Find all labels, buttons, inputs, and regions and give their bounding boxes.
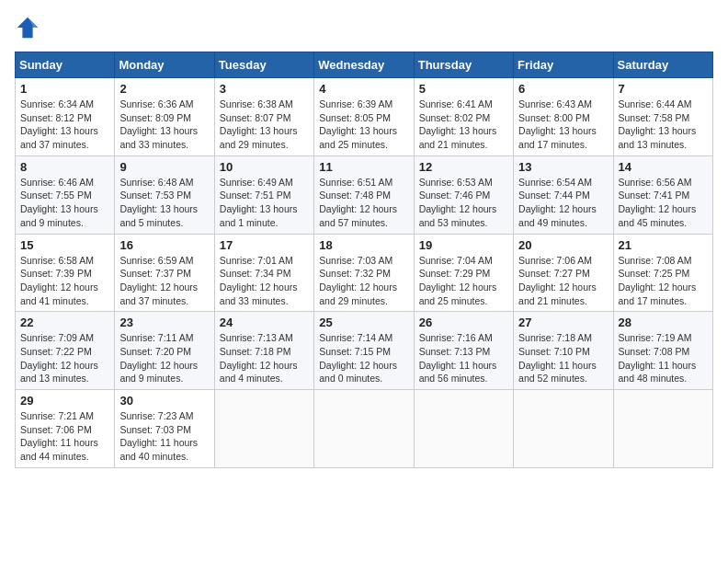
calendar-day-cell: 18Sunrise: 7:03 AMSunset: 7:32 PMDayligh… xyxy=(314,234,414,312)
day-number: 4 xyxy=(319,82,408,96)
calendar-day-cell: 3Sunrise: 6:38 AMSunset: 8:07 PMDaylight… xyxy=(214,78,313,156)
weekday-header-cell: Monday xyxy=(115,52,214,78)
calendar-day-cell: 1Sunrise: 6:34 AMSunset: 8:12 PMDaylight… xyxy=(16,78,115,156)
day-number: 17 xyxy=(220,238,309,252)
day-number: 8 xyxy=(20,160,109,174)
day-info: Sunrise: 7:16 AMSunset: 7:13 PMDaylight:… xyxy=(419,331,508,385)
day-info: Sunrise: 6:44 AMSunset: 7:58 PMDaylight:… xyxy=(619,98,708,152)
calendar-day-cell: 16Sunrise: 6:59 AMSunset: 7:37 PMDayligh… xyxy=(115,234,214,312)
calendar-day-cell: 5Sunrise: 6:41 AMSunset: 8:02 PMDaylight… xyxy=(414,78,513,156)
calendar-week-row: 1Sunrise: 6:34 AMSunset: 8:12 PMDaylight… xyxy=(16,78,713,156)
day-info: Sunrise: 7:19 AMSunset: 7:08 PMDaylight:… xyxy=(619,331,708,385)
calendar-day-cell: 19Sunrise: 7:04 AMSunset: 7:29 PMDayligh… xyxy=(414,234,513,312)
day-info: Sunrise: 6:48 AMSunset: 7:53 PMDaylight:… xyxy=(119,176,209,230)
calendar-day-cell: 14Sunrise: 6:56 AMSunset: 7:41 PMDayligh… xyxy=(613,155,712,234)
calendar-day-cell: 24Sunrise: 7:13 AMSunset: 7:18 PMDayligh… xyxy=(214,312,313,390)
logo-icon xyxy=(15,15,40,40)
calendar-day-cell xyxy=(514,390,613,468)
day-number: 29 xyxy=(20,394,109,408)
day-number: 21 xyxy=(619,238,708,252)
day-info: Sunrise: 6:59 AMSunset: 7:37 PMDaylight:… xyxy=(119,254,209,308)
calendar-day-cell: 4Sunrise: 6:39 AMSunset: 8:05 PMDaylight… xyxy=(314,78,414,156)
day-number: 18 xyxy=(319,238,408,252)
day-number: 15 xyxy=(20,238,109,252)
weekday-header-row: SundayMondayTuesdayWednesdayThursdayFrid… xyxy=(16,52,713,78)
day-number: 3 xyxy=(220,82,309,96)
calendar-day-cell: 27Sunrise: 7:18 AMSunset: 7:10 PMDayligh… xyxy=(514,312,613,390)
calendar-week-row: 8Sunrise: 6:46 AMSunset: 7:55 PMDaylight… xyxy=(16,155,713,234)
weekday-header-cell: Wednesday xyxy=(314,52,414,78)
day-info: Sunrise: 6:36 AMSunset: 8:09 PMDaylight:… xyxy=(119,98,209,152)
calendar-day-cell: 11Sunrise: 6:51 AMSunset: 7:48 PMDayligh… xyxy=(314,155,414,234)
day-info: Sunrise: 7:01 AMSunset: 7:34 PMDaylight:… xyxy=(220,254,309,308)
weekday-header-cell: Thursday xyxy=(414,52,513,78)
day-number: 26 xyxy=(419,316,508,329)
calendar-week-row: 29Sunrise: 7:21 AMSunset: 7:06 PMDayligh… xyxy=(16,390,713,468)
calendar-table: SundayMondayTuesdayWednesdayThursdayFrid… xyxy=(15,52,713,468)
calendar-day-cell: 23Sunrise: 7:11 AMSunset: 7:20 PMDayligh… xyxy=(115,312,214,390)
day-number: 16 xyxy=(119,238,209,252)
day-info: Sunrise: 6:54 AMSunset: 7:44 PMDaylight:… xyxy=(518,176,608,230)
day-number: 6 xyxy=(518,82,608,96)
day-number: 12 xyxy=(419,160,508,174)
day-number: 2 xyxy=(119,82,209,96)
calendar-day-cell xyxy=(314,390,414,468)
calendar-day-cell: 20Sunrise: 7:06 AMSunset: 7:27 PMDayligh… xyxy=(514,234,613,312)
calendar-day-cell: 13Sunrise: 6:54 AMSunset: 7:44 PMDayligh… xyxy=(514,155,613,234)
calendar-day-cell: 7Sunrise: 6:44 AMSunset: 7:58 PMDaylight… xyxy=(613,78,712,156)
day-info: Sunrise: 7:08 AMSunset: 7:25 PMDaylight:… xyxy=(619,254,708,308)
day-number: 10 xyxy=(220,160,309,174)
day-info: Sunrise: 7:09 AMSunset: 7:22 PMDaylight:… xyxy=(20,331,109,385)
day-info: Sunrise: 6:56 AMSunset: 7:41 PMDaylight:… xyxy=(619,176,708,230)
day-number: 1 xyxy=(20,82,109,96)
day-info: Sunrise: 6:49 AMSunset: 7:51 PMDaylight:… xyxy=(220,176,309,230)
day-info: Sunrise: 6:53 AMSunset: 7:46 PMDaylight:… xyxy=(419,176,508,230)
weekday-header-cell: Friday xyxy=(514,52,613,78)
day-number: 19 xyxy=(419,238,508,252)
calendar-day-cell: 15Sunrise: 6:58 AMSunset: 7:39 PMDayligh… xyxy=(16,234,115,312)
weekday-header-cell: Saturday xyxy=(613,52,712,78)
day-number: 28 xyxy=(619,316,708,329)
calendar-body: 1Sunrise: 6:34 AMSunset: 8:12 PMDaylight… xyxy=(16,78,713,468)
day-info: Sunrise: 6:58 AMSunset: 7:39 PMDaylight:… xyxy=(20,254,109,308)
day-info: Sunrise: 7:13 AMSunset: 7:18 PMDaylight:… xyxy=(220,331,309,385)
day-info: Sunrise: 6:34 AMSunset: 8:12 PMDaylight:… xyxy=(20,98,109,152)
day-number: 24 xyxy=(220,316,309,329)
day-info: Sunrise: 7:18 AMSunset: 7:10 PMDaylight:… xyxy=(518,331,608,385)
day-number: 27 xyxy=(518,316,608,329)
day-number: 25 xyxy=(319,316,408,329)
day-number: 13 xyxy=(518,160,608,174)
calendar-day-cell: 25Sunrise: 7:14 AMSunset: 7:15 PMDayligh… xyxy=(314,312,414,390)
day-info: Sunrise: 7:14 AMSunset: 7:15 PMDaylight:… xyxy=(319,331,408,385)
weekday-header-cell: Tuesday xyxy=(214,52,313,78)
calendar-day-cell: 8Sunrise: 6:46 AMSunset: 7:55 PMDaylight… xyxy=(16,155,115,234)
calendar-day-cell: 30Sunrise: 7:23 AMSunset: 7:03 PMDayligh… xyxy=(115,390,214,468)
day-info: Sunrise: 6:41 AMSunset: 8:02 PMDaylight:… xyxy=(419,98,508,152)
calendar-day-cell xyxy=(214,390,313,468)
calendar-day-cell: 9Sunrise: 6:48 AMSunset: 7:53 PMDaylight… xyxy=(115,155,214,234)
day-info: Sunrise: 6:38 AMSunset: 8:07 PMDaylight:… xyxy=(220,98,309,152)
day-number: 23 xyxy=(119,316,209,329)
day-number: 14 xyxy=(619,160,708,174)
calendar-day-cell: 22Sunrise: 7:09 AMSunset: 7:22 PMDayligh… xyxy=(16,312,115,390)
day-info: Sunrise: 7:23 AMSunset: 7:03 PMDaylight:… xyxy=(119,409,209,464)
day-info: Sunrise: 7:06 AMSunset: 7:27 PMDaylight:… xyxy=(518,254,608,308)
calendar-day-cell: 17Sunrise: 7:01 AMSunset: 7:34 PMDayligh… xyxy=(214,234,313,312)
day-number: 20 xyxy=(518,238,608,252)
day-info: Sunrise: 6:51 AMSunset: 7:48 PMDaylight:… xyxy=(319,176,408,230)
day-info: Sunrise: 7:04 AMSunset: 7:29 PMDaylight:… xyxy=(419,254,508,308)
day-info: Sunrise: 6:46 AMSunset: 7:55 PMDaylight:… xyxy=(20,176,109,230)
calendar-day-cell: 21Sunrise: 7:08 AMSunset: 7:25 PMDayligh… xyxy=(613,234,712,312)
calendar-day-cell xyxy=(414,390,513,468)
calendar-day-cell: 26Sunrise: 7:16 AMSunset: 7:13 PMDayligh… xyxy=(414,312,513,390)
calendar-day-cell: 2Sunrise: 6:36 AMSunset: 8:09 PMDaylight… xyxy=(115,78,214,156)
calendar-day-cell xyxy=(613,390,712,468)
day-info: Sunrise: 6:39 AMSunset: 8:05 PMDaylight:… xyxy=(319,98,408,152)
calendar-day-cell: 12Sunrise: 6:53 AMSunset: 7:46 PMDayligh… xyxy=(414,155,513,234)
weekday-header-cell: Sunday xyxy=(16,52,115,78)
day-number: 30 xyxy=(119,394,209,408)
day-number: 5 xyxy=(419,82,508,96)
day-number: 22 xyxy=(20,316,109,329)
calendar-day-cell: 28Sunrise: 7:19 AMSunset: 7:08 PMDayligh… xyxy=(613,312,712,390)
calendar-week-row: 22Sunrise: 7:09 AMSunset: 7:22 PMDayligh… xyxy=(16,312,713,390)
